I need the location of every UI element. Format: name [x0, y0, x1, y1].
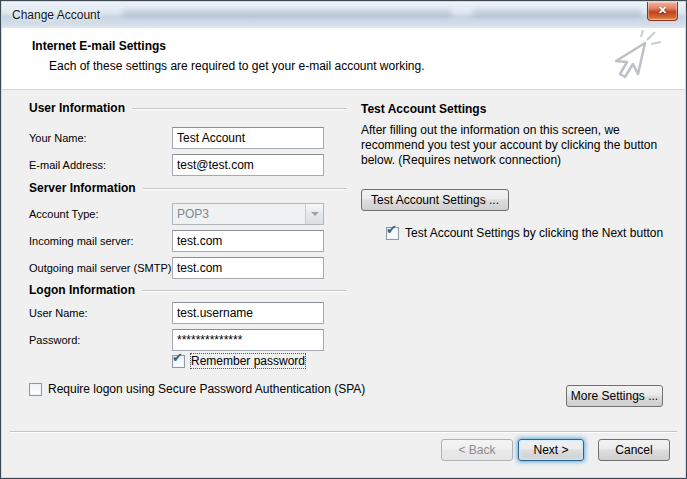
back-button[interactable]: < Back [441, 439, 513, 461]
cancel-button[interactable]: Cancel [598, 439, 670, 461]
section-divider [142, 290, 347, 291]
section-title: User Information [29, 101, 125, 115]
user-name-input[interactable] [172, 302, 324, 324]
account-type-label: Account Type: [29, 208, 99, 220]
section-title: Logon Information [29, 283, 135, 297]
remember-password-checkbox[interactable]: ✔ Remember password [172, 354, 305, 368]
more-settings-button[interactable]: More Settings ... [566, 385, 663, 407]
outgoing-server-label: Outgoing mail server (SMTP): [29, 262, 174, 274]
next-button[interactable]: Next > [518, 439, 584, 461]
wizard-header-subtitle: Each of these settings are required to g… [49, 59, 425, 73]
spa-label: Require logon using Secure Password Auth… [48, 382, 365, 396]
password-label: Password: [29, 334, 80, 346]
section-server-information: Server Information [29, 181, 347, 195]
incoming-server-label: Incoming mail server: [29, 235, 134, 247]
test-on-next-checkbox[interactable]: ✔ Test Account Settings by clicking the … [386, 226, 663, 240]
email-address-input[interactable] [172, 154, 324, 176]
section-logon-information: Logon Information [29, 283, 347, 297]
test-account-settings-button[interactable]: Test Account Settings ... [361, 189, 509, 211]
your-name-input[interactable] [172, 127, 324, 149]
change-account-dialog: Change Account ✕ Internet E-mail Setting… [0, 0, 687, 479]
close-button[interactable]: ✕ [647, 2, 678, 21]
checkbox-checked-icon: ✔ [386, 227, 399, 240]
user-name-label: User Name: [29, 307, 88, 319]
titlebar[interactable]: Change Account ✕ [2, 2, 685, 29]
test-on-next-label: Test Account Settings by clicking the Ne… [405, 226, 663, 240]
remember-password-label: Remember password [191, 354, 305, 368]
spa-checkbox[interactable]: Require logon using Secure Password Auth… [29, 382, 365, 396]
email-address-label: E-mail Address: [29, 159, 106, 171]
glass-reflection [122, 9, 452, 18]
close-icon: ✕ [658, 4, 667, 16]
account-type-value: POP3 [173, 207, 305, 221]
window-title: Change Account [12, 8, 100, 22]
section-divider [143, 188, 347, 189]
outgoing-server-input[interactable] [172, 257, 324, 279]
checkbox-unchecked-icon [29, 383, 42, 396]
test-account-settings-title: Test Account Settings [361, 102, 486, 116]
checkbox-checked-icon: ✔ [172, 355, 185, 368]
account-type-select[interactable]: POP3 [172, 203, 324, 225]
incoming-server-input[interactable] [172, 230, 324, 252]
cursor-sparkle-icon [607, 30, 663, 88]
footer-divider [10, 431, 677, 432]
your-name-label: Your Name: [29, 132, 87, 144]
wizard-header: Internet E-mail Settings Each of these s… [2, 28, 685, 90]
wizard-header-title: Internet E-mail Settings [32, 39, 166, 53]
password-input[interactable] [172, 329, 324, 351]
test-account-settings-description: After filling out the information on thi… [361, 123, 681, 168]
chevron-down-icon [305, 204, 323, 224]
section-title: Server Information [29, 181, 136, 195]
glass-reflection [472, 9, 642, 18]
section-user-information: User Information [29, 101, 347, 115]
section-divider [132, 108, 347, 109]
